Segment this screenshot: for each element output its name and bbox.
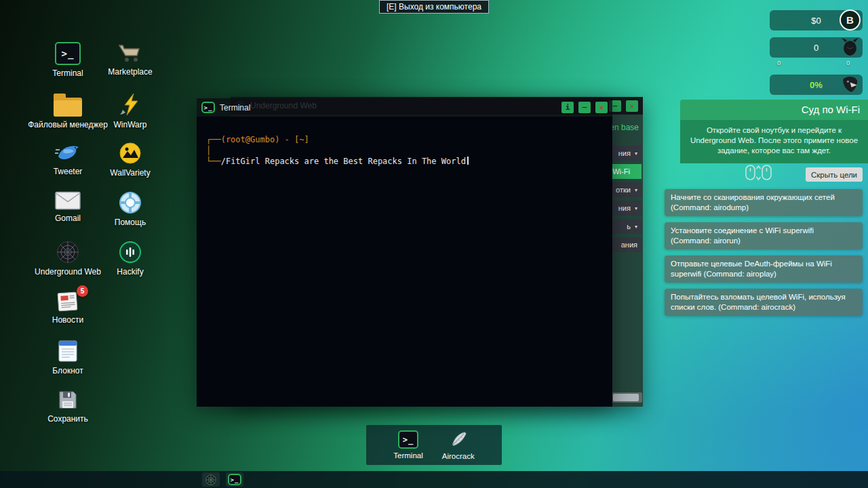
quest-objectives-list: Начните со сканирования окружающих сетей… <box>665 189 863 316</box>
dock-item-label: Terminal <box>393 451 422 460</box>
open-base-link[interactable]: en base <box>610 123 639 132</box>
chevron-down-icon: ▾ <box>635 205 637 211</box>
spider-web-icon <box>56 241 79 264</box>
terminal-icon: >_ <box>228 474 241 485</box>
desktop-icon-help[interactable]: Помощь <box>99 191 161 227</box>
dropdown-label: ания <box>621 241 637 249</box>
counter-right: 0 <box>846 59 850 66</box>
quest-panel: Суд по Wi-Fi Откройте свой ноутбук и пер… <box>680 100 868 163</box>
info-button[interactable]: i <box>561 102 574 113</box>
desktop-icon-label: Underground Web <box>35 267 101 277</box>
desktop-icon-hackify[interactable]: Hackify <box>99 241 161 277</box>
text-cursor <box>467 157 469 165</box>
desktop-icon-marketplace[interactable]: Marketplace <box>99 42 161 77</box>
game-desktop: [E] Выход из компьютера >_ Terminal Mark… <box>0 0 868 488</box>
coin-letter: B <box>846 14 854 26</box>
terminal-prompt-glyph: >_ <box>204 104 213 111</box>
money-value: $0 <box>811 16 821 26</box>
dock: >_ Terminal Airocrack <box>366 425 502 465</box>
desktop-icon-label: Блокнот <box>52 366 83 375</box>
terminal-titlebar[interactable]: >_ Terminal i ─ ✕ <box>197 98 612 117</box>
bitcoin-icon: B <box>840 9 861 30</box>
shopping-cart-icon <box>117 42 143 64</box>
desktop-icon-label: WallVariety <box>110 168 150 178</box>
mouse-scroll-icon <box>743 163 774 183</box>
desktop-icon-label: Hackify <box>117 267 143 277</box>
desktop-icon-label: Файловый менеджер <box>28 120 108 129</box>
terminal-window: >_ Terminal i ─ ✕ ┌──(root@Gumbo) - [~] … <box>197 98 612 407</box>
lightning-icon <box>119 92 142 117</box>
desktop-icon-label: Сохранить <box>47 414 88 424</box>
desktop-icon-label: Gomail <box>55 214 81 223</box>
terminal-icon: >_ <box>55 42 81 65</box>
notification-badge: 5 <box>77 285 88 297</box>
taskbar: >_ <box>0 471 868 488</box>
feather-icon <box>449 430 468 449</box>
quest-objective: Отправьте целевые DeAuth-фреймы на WiFi … <box>665 256 863 283</box>
desktop-icon-notepad[interactable]: Блокнот <box>37 340 99 375</box>
terminal-prompt-glyph: >_ <box>403 435 414 445</box>
scrollbar-thumb[interactable] <box>613 394 639 401</box>
notepad-icon <box>58 340 78 363</box>
envelope-icon <box>55 191 81 210</box>
quest-description: Откройте свой ноутбук и перейдите к Unde… <box>680 120 868 163</box>
dropdown-label: ния <box>618 204 631 212</box>
desktop-icon-label: WinWarp <box>114 120 147 129</box>
terminal-icon: >_ <box>398 430 418 449</box>
progress-value: 0% <box>810 80 823 90</box>
counter-left: 0 <box>777 59 781 66</box>
desktop-icon-news[interactable]: 5 Новости <box>37 290 99 325</box>
desktop-icon-gomail[interactable]: Gomail <box>37 191 99 223</box>
newspaper-icon <box>56 290 79 312</box>
desktop-icon-tweeter[interactable]: Tweeter <box>37 142 99 176</box>
quest-objective: Начните со сканирования окружающих сетей… <box>665 189 863 216</box>
quest-title: Суд по Wi-Fi <box>680 100 868 120</box>
desktop-icon-label: Помощь <box>115 218 146 227</box>
dropdown-label: ния <box>618 149 631 157</box>
reputation-value: 0 <box>814 43 818 53</box>
command-line: └──/FitGirl Repacks are the Best Repacks… <box>206 156 603 167</box>
wallpaper-icon <box>119 142 142 165</box>
hide-goals-button[interactable]: Скрыть цели <box>806 167 863 182</box>
dock-item-airocrack[interactable]: Airocrack <box>442 430 475 460</box>
floppy-disk-icon <box>57 389 79 411</box>
dock-item-terminal[interactable]: >_ Terminal <box>393 430 422 460</box>
desktop-icon-label: Marketplace <box>108 67 152 77</box>
terminal-prompt-glyph: >_ <box>231 476 239 483</box>
exit-hint-tooltip: [E] Выход из компьютера <box>379 0 489 14</box>
desktop-icon-label: Новости <box>52 315 83 325</box>
equalizer-icon <box>119 241 142 264</box>
lifebuoy-icon <box>119 191 142 214</box>
dropdown-label: ь <box>627 222 631 230</box>
dock-item-label: Airocrack <box>442 452 475 460</box>
folder-icon <box>54 98 82 117</box>
desktop-icon-terminal[interactable]: >_ Terminal <box>37 42 99 78</box>
desktop-icon-wallvariety[interactable]: WallVariety <box>99 142 161 178</box>
desktop-icon-save[interactable]: Сохранить <box>37 389 99 424</box>
chevron-down-icon: ▾ <box>635 150 637 157</box>
window-title: Terminal <box>220 103 250 113</box>
horizontal-scrollbar[interactable] <box>612 392 642 403</box>
minimize-button[interactable]: ─ <box>578 102 591 113</box>
spider-web-icon <box>205 474 216 485</box>
terminal-prompt-glyph: >_ <box>62 48 75 59</box>
prompt-line: ┌──(root@Gumbo) - [~] <box>206 134 603 145</box>
terminal-console[interactable]: ┌──(root@Gumbo) - [~] │ └──/FitGirl Repa… <box>197 117 612 407</box>
prompt-line: │ <box>206 145 603 156</box>
desktop-icon-underground-web[interactable]: Underground Web <box>37 241 99 277</box>
dropdown-label: Wi-Fi <box>612 167 630 176</box>
typed-command: /FitGirl Repacks are the Best Repacks In… <box>221 157 466 166</box>
desktop-icon-label: Terminal <box>52 68 83 78</box>
bug-icon <box>840 37 861 58</box>
chevron-down-icon: ▾ <box>635 224 637 230</box>
close-button[interactable]: ✕ <box>595 102 608 113</box>
close-button[interactable]: ✕ <box>626 100 638 112</box>
desktop-icon-winwarp[interactable]: WinWarp <box>99 92 161 129</box>
quest-objective: Попытайтесь взломать целевой WiFi, испол… <box>665 289 863 316</box>
taskbar-item-underground-web[interactable] <box>202 472 220 487</box>
desktop-icon-file-manager[interactable]: Файловый менеджер <box>37 92 99 129</box>
quest-objective: Установите соединение с WiFi superwifi (… <box>665 222 863 249</box>
taskbar-item-terminal[interactable]: >_ <box>226 472 243 487</box>
bird-icon <box>54 142 81 163</box>
dropdown-label: отки <box>616 186 631 194</box>
